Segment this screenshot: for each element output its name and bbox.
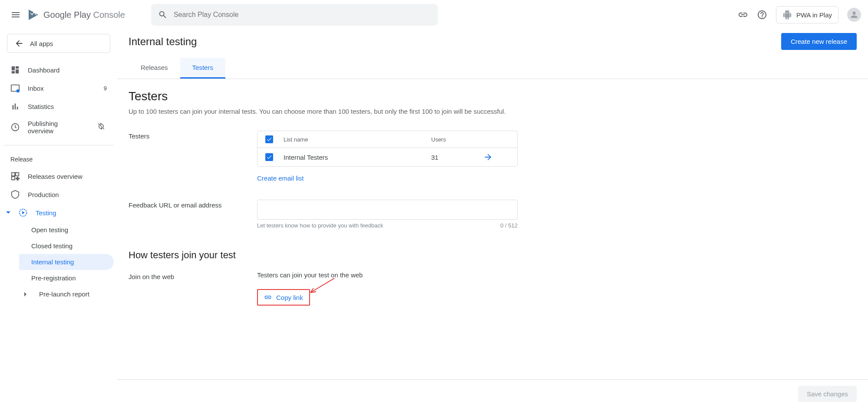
production-icon <box>10 190 20 199</box>
join-heading: How testers join your test <box>129 250 857 261</box>
app-selector[interactable]: PWA in Play <box>776 6 838 23</box>
row-arrow[interactable] <box>483 152 509 162</box>
search-icon <box>158 10 168 20</box>
statistics-icon <box>10 102 20 111</box>
sidebar-item-label: Releases overview <box>28 173 83 180</box>
inbox-badge: 9 <box>104 85 107 92</box>
sidebar-item-pre-registration[interactable]: Pre-registration <box>19 270 114 286</box>
sidebar-item-internal-testing[interactable]: Internal testing <box>19 254 114 270</box>
dashboard-icon <box>10 65 20 75</box>
publishing-icon <box>10 122 20 132</box>
feedback-counter: 0 / 512 <box>500 222 518 229</box>
col-list-name: List name <box>284 136 431 143</box>
sidebar-item-publishing[interactable]: Publishing overview <box>3 115 114 139</box>
sidebar-item-label: Inbox <box>28 85 44 92</box>
sidebar-item-production[interactable]: Production <box>3 185 114 204</box>
testers-label: Testers <box>129 131 257 182</box>
all-apps-label: All apps <box>30 40 53 47</box>
inbox-icon <box>10 83 20 93</box>
row-checkbox[interactable] <box>265 153 273 161</box>
svg-point-0 <box>17 89 20 92</box>
feedback-label: Feedback URL or email address <box>129 200 257 229</box>
sidebar-item-label: Production <box>28 191 59 198</box>
join-label: Join on the web <box>129 271 257 306</box>
row-users: 31 <box>431 154 483 161</box>
overview-icon <box>10 171 20 181</box>
search-input[interactable] <box>174 11 431 19</box>
row-list-name: Internal Testers <box>284 154 431 161</box>
tab-testers[interactable]: Testers <box>180 58 225 79</box>
testers-description: Up to 100 testers can join your internal… <box>129 108 857 115</box>
testers-heading: Testers <box>129 89 857 103</box>
col-users: Users <box>431 136 483 143</box>
search-bar[interactable] <box>151 4 438 26</box>
android-icon <box>782 10 792 20</box>
help-icon[interactable] <box>757 10 767 20</box>
table-row: Internal Testers 31 <box>257 148 517 166</box>
sidebar-item-label: Statistics <box>28 103 54 110</box>
create-email-list-link[interactable]: Create email list <box>257 174 304 182</box>
feedback-input[interactable] <box>257 200 518 220</box>
all-apps-button[interactable]: All apps <box>7 34 110 53</box>
sidebar-item-releases-overview[interactable]: Releases overview <box>3 167 114 185</box>
sidebar-item-open-testing[interactable]: Open testing <box>19 222 114 238</box>
sidebar-item-inbox[interactable]: Inbox 9 <box>3 79 114 97</box>
avatar[interactable] <box>847 8 861 22</box>
sidebar-item-statistics[interactable]: Statistics <box>3 97 114 115</box>
copy-link-label: Copy link <box>276 294 303 301</box>
feedback-helper: Let testers know how to provide you with… <box>257 222 383 229</box>
app-name: PWA in Play <box>796 11 832 19</box>
chevron-down-icon <box>6 211 10 215</box>
sidebar-item-dashboard[interactable]: Dashboard <box>3 61 114 79</box>
join-description: Testers can join your test on the web <box>257 271 518 279</box>
create-release-button[interactable]: Create new release <box>781 33 857 50</box>
link-icon[interactable] <box>738 10 748 20</box>
sidebar-item-label: Testing <box>36 209 56 217</box>
menu-icon[interactable] <box>10 10 21 20</box>
sidebar-item-label: Publishing overview <box>28 120 82 135</box>
select-all-checkbox[interactable] <box>265 135 273 143</box>
sidebar-item-closed-testing[interactable]: Closed testing <box>19 238 114 254</box>
section-release: Release <box>3 151 114 167</box>
sync-off-icon <box>97 122 107 132</box>
sidebar-item-testing[interactable]: Testing <box>3 204 114 222</box>
copy-link-button[interactable]: Copy link <box>257 289 310 306</box>
chevron-right-icon <box>23 292 28 296</box>
tab-releases[interactable]: Releases <box>129 58 180 79</box>
sidebar-item-label: Dashboard <box>28 66 59 74</box>
logo-text: Google Play Console <box>43 10 125 20</box>
save-changes-button[interactable]: Save changes <box>798 386 857 402</box>
link-icon <box>264 293 272 301</box>
testing-icon <box>18 208 28 217</box>
arrow-left-icon <box>14 39 24 48</box>
testers-table: List name Users Internal Testers 31 <box>257 131 518 167</box>
page-title: Internal testing <box>129 36 197 48</box>
logo[interactable]: Google Play Console <box>28 9 125 21</box>
sidebar-item-pre-launch-report[interactable]: Pre-launch report <box>19 286 114 302</box>
